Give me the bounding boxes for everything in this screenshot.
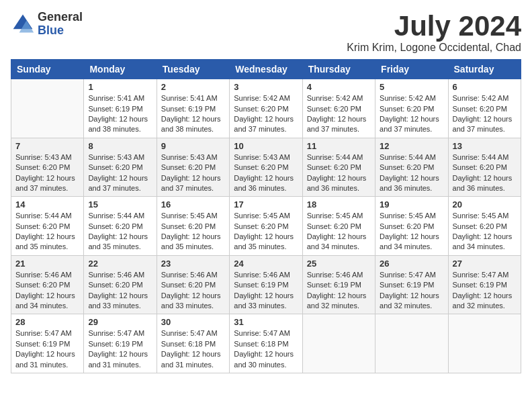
calendar-cell-1-3: 10Sunrise: 5:43 AMSunset: 6:20 PMDayligh… <box>230 138 302 197</box>
calendar-cell-0-1: 1Sunrise: 5:41 AMSunset: 6:19 PMDaylight… <box>84 79 157 138</box>
day-number: 25 <box>307 259 371 269</box>
day-number: 1 <box>88 82 152 92</box>
calendar-cell-0-5: 5Sunrise: 5:42 AMSunset: 6:20 PMDaylight… <box>375 79 448 138</box>
calendar-cell-3-4: 25Sunrise: 5:46 AMSunset: 6:19 PMDayligh… <box>302 255 375 314</box>
header-tuesday: Tuesday <box>157 60 229 79</box>
day-number: 28 <box>15 317 79 327</box>
day-number: 10 <box>234 141 298 151</box>
day-number: 16 <box>161 199 225 210</box>
day-number: 7 <box>15 141 79 151</box>
day-number: 22 <box>88 259 152 269</box>
day-info: Sunrise: 5:41 AMSunset: 6:19 PMDaylight:… <box>161 93 225 135</box>
calendar: Sunday Monday Tuesday Wednesday Thursday… <box>11 59 521 373</box>
calendar-cell-4-0: 28Sunrise: 5:47 AMSunset: 6:19 PMDayligh… <box>11 314 84 373</box>
day-number: 9 <box>161 141 225 151</box>
calendar-cell-1-6: 13Sunrise: 5:44 AMSunset: 6:20 PMDayligh… <box>448 138 521 197</box>
day-info: Sunrise: 5:44 AMSunset: 6:20 PMDaylight:… <box>380 152 443 194</box>
header: General Blue July 2024 Krim Krim, Logone… <box>11 11 521 54</box>
day-info: Sunrise: 5:44 AMSunset: 6:20 PMDaylight:… <box>15 211 79 253</box>
day-info: Sunrise: 5:42 AMSunset: 6:20 PMDaylight:… <box>380 93 443 135</box>
day-info: Sunrise: 5:45 AMSunset: 6:20 PMDaylight:… <box>453 211 517 253</box>
logo-blue-text: Blue <box>38 24 83 38</box>
calendar-cell-4-5 <box>375 314 448 373</box>
calendar-cell-1-4: 11Sunrise: 5:44 AMSunset: 6:20 PMDayligh… <box>302 138 375 197</box>
week-row-5: 28Sunrise: 5:47 AMSunset: 6:19 PMDayligh… <box>11 314 521 373</box>
day-info: Sunrise: 5:42 AMSunset: 6:20 PMDaylight:… <box>234 93 298 135</box>
week-row-3: 14Sunrise: 5:44 AMSunset: 6:20 PMDayligh… <box>11 197 521 256</box>
calendar-cell-4-6 <box>448 314 521 373</box>
calendar-cell-4-3: 31Sunrise: 5:47 AMSunset: 6:18 PMDayligh… <box>230 314 302 373</box>
day-number: 17 <box>234 199 298 210</box>
calendar-cell-1-5: 12Sunrise: 5:44 AMSunset: 6:20 PMDayligh… <box>375 138 448 197</box>
header-monday: Monday <box>84 60 157 79</box>
calendar-cell-2-6: 20Sunrise: 5:45 AMSunset: 6:20 PMDayligh… <box>448 197 521 256</box>
calendar-cell-2-4: 18Sunrise: 5:45 AMSunset: 6:20 PMDayligh… <box>302 197 375 256</box>
calendar-cell-0-6: 6Sunrise: 5:42 AMSunset: 6:20 PMDaylight… <box>448 79 521 138</box>
day-number: 19 <box>380 199 443 210</box>
logo-text: General Blue <box>38 11 83 38</box>
week-row-1: 1Sunrise: 5:41 AMSunset: 6:19 PMDaylight… <box>11 79 521 138</box>
day-info: Sunrise: 5:47 AMSunset: 6:18 PMDaylight:… <box>234 328 298 370</box>
day-info: Sunrise: 5:45 AMSunset: 6:20 PMDaylight:… <box>234 211 298 253</box>
day-info: Sunrise: 5:47 AMSunset: 6:19 PMDaylight:… <box>453 270 517 312</box>
day-number: 20 <box>453 199 517 210</box>
day-number: 8 <box>88 141 152 151</box>
calendar-cell-1-1: 8Sunrise: 5:43 AMSunset: 6:20 PMDaylight… <box>84 138 157 197</box>
day-number: 4 <box>307 82 371 92</box>
calendar-cell-0-4: 4Sunrise: 5:42 AMSunset: 6:20 PMDaylight… <box>302 79 375 138</box>
day-number: 29 <box>88 317 152 327</box>
day-info: Sunrise: 5:47 AMSunset: 6:19 PMDaylight:… <box>15 328 79 370</box>
calendar-cell-2-2: 16Sunrise: 5:45 AMSunset: 6:20 PMDayligh… <box>157 197 229 256</box>
subtitle: Krim Krim, Logone Occidental, Chad <box>347 42 521 54</box>
calendar-cell-3-0: 21Sunrise: 5:46 AMSunset: 6:20 PMDayligh… <box>11 255 84 314</box>
day-info: Sunrise: 5:47 AMSunset: 6:18 PMDaylight:… <box>161 328 225 370</box>
day-info: Sunrise: 5:47 AMSunset: 6:19 PMDaylight:… <box>380 270 443 312</box>
day-info: Sunrise: 5:44 AMSunset: 6:20 PMDaylight:… <box>307 152 371 194</box>
calendar-cell-3-2: 23Sunrise: 5:46 AMSunset: 6:20 PMDayligh… <box>157 255 229 314</box>
day-info: Sunrise: 5:46 AMSunset: 6:20 PMDaylight:… <box>88 270 152 312</box>
day-number: 11 <box>307 141 371 151</box>
day-info: Sunrise: 5:43 AMSunset: 6:20 PMDaylight:… <box>88 152 152 194</box>
calendar-cell-2-3: 17Sunrise: 5:45 AMSunset: 6:20 PMDayligh… <box>230 197 302 256</box>
day-number: 2 <box>161 82 225 92</box>
day-info: Sunrise: 5:46 AMSunset: 6:20 PMDaylight:… <box>161 270 225 312</box>
day-number: 14 <box>15 199 79 210</box>
day-info: Sunrise: 5:43 AMSunset: 6:20 PMDaylight:… <box>15 152 79 194</box>
day-number: 6 <box>453 82 517 92</box>
weekday-header-row: Sunday Monday Tuesday Wednesday Thursday… <box>11 60 521 79</box>
header-thursday: Thursday <box>302 60 375 79</box>
calendar-cell-0-2: 2Sunrise: 5:41 AMSunset: 6:19 PMDaylight… <box>157 79 229 138</box>
calendar-cell-4-2: 30Sunrise: 5:47 AMSunset: 6:18 PMDayligh… <box>157 314 229 373</box>
day-info: Sunrise: 5:43 AMSunset: 6:20 PMDaylight:… <box>161 152 225 194</box>
calendar-cell-0-3: 3Sunrise: 5:42 AMSunset: 6:20 PMDaylight… <box>230 79 302 138</box>
day-number: 31 <box>234 317 298 327</box>
day-info: Sunrise: 5:46 AMSunset: 6:19 PMDaylight:… <box>307 270 371 312</box>
day-info: Sunrise: 5:44 AMSunset: 6:20 PMDaylight:… <box>453 152 517 194</box>
day-number: 13 <box>453 141 517 151</box>
day-number: 18 <box>307 199 371 210</box>
header-sunday: Sunday <box>11 60 84 79</box>
day-info: Sunrise: 5:45 AMSunset: 6:20 PMDaylight:… <box>161 211 225 253</box>
day-number: 3 <box>234 82 298 92</box>
day-number: 24 <box>234 259 298 269</box>
day-number: 30 <box>161 317 225 327</box>
calendar-cell-2-0: 14Sunrise: 5:44 AMSunset: 6:20 PMDayligh… <box>11 197 84 256</box>
calendar-cell-4-4 <box>302 314 375 373</box>
calendar-cell-3-1: 22Sunrise: 5:46 AMSunset: 6:20 PMDayligh… <box>84 255 157 314</box>
logo-icon <box>11 12 35 36</box>
logo: General Blue <box>11 11 83 38</box>
day-number: 21 <box>15 259 79 269</box>
calendar-cell-0-0 <box>11 79 84 138</box>
day-info: Sunrise: 5:45 AMSunset: 6:20 PMDaylight:… <box>380 211 443 253</box>
day-number: 27 <box>453 259 517 269</box>
calendar-cell-4-1: 29Sunrise: 5:47 AMSunset: 6:19 PMDayligh… <box>84 314 157 373</box>
title-area: July 2024 Krim Krim, Logone Occidental, … <box>347 11 521 54</box>
calendar-cell-3-3: 24Sunrise: 5:46 AMSunset: 6:19 PMDayligh… <box>230 255 302 314</box>
day-info: Sunrise: 5:46 AMSunset: 6:20 PMDaylight:… <box>15 270 79 312</box>
calendar-cell-2-1: 15Sunrise: 5:44 AMSunset: 6:20 PMDayligh… <box>84 197 157 256</box>
calendar-cell-2-5: 19Sunrise: 5:45 AMSunset: 6:20 PMDayligh… <box>375 197 448 256</box>
main-title: July 2024 <box>347 11 521 42</box>
calendar-cell-1-2: 9Sunrise: 5:43 AMSunset: 6:20 PMDaylight… <box>157 138 229 197</box>
day-number: 15 <box>88 199 152 210</box>
day-info: Sunrise: 5:44 AMSunset: 6:20 PMDaylight:… <box>88 211 152 253</box>
